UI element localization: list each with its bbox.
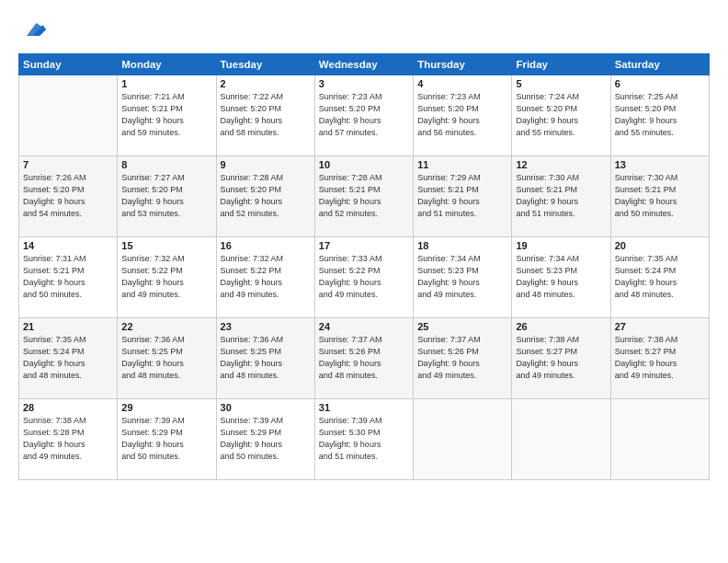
- calendar-week-row: 21Sunrise: 7:35 AM Sunset: 5:24 PM Dayli…: [19, 318, 710, 399]
- day-info: Sunrise: 7:36 AM Sunset: 5:25 PM Dayligh…: [221, 334, 311, 382]
- day-number: 17: [319, 240, 409, 251]
- calendar-day-20: 20Sunrise: 7:35 AM Sunset: 5:24 PM Dayli…: [610, 237, 709, 318]
- weekday-header-monday: Monday: [118, 54, 216, 75]
- day-number: 7: [23, 159, 113, 170]
- calendar-empty-cell: [610, 399, 709, 480]
- day-info: Sunrise: 7:36 AM Sunset: 5:25 PM Dayligh…: [121, 334, 211, 382]
- day-info: Sunrise: 7:39 AM Sunset: 5:29 PM Dayligh…: [221, 415, 311, 463]
- header: [18, 17, 710, 46]
- calendar-day-13: 13Sunrise: 7:30 AM Sunset: 5:21 PM Dayli…: [610, 156, 709, 237]
- calendar-day-17: 17Sunrise: 7:33 AM Sunset: 5:22 PM Dayli…: [314, 237, 413, 318]
- day-info: Sunrise: 7:30 AM Sunset: 5:21 PM Dayligh…: [516, 172, 606, 220]
- calendar-day-30: 30Sunrise: 7:39 AM Sunset: 5:29 PM Dayli…: [216, 399, 314, 480]
- weekday-header-tuesday: Tuesday: [216, 54, 314, 75]
- day-number: 21: [23, 321, 113, 332]
- day-number: 8: [121, 159, 211, 170]
- calendar-week-row: 14Sunrise: 7:31 AM Sunset: 5:21 PM Dayli…: [19, 237, 710, 318]
- calendar-day-26: 26Sunrise: 7:38 AM Sunset: 5:27 PM Dayli…: [512, 318, 610, 399]
- calendar-day-11: 11Sunrise: 7:29 AM Sunset: 5:21 PM Dayli…: [414, 156, 512, 237]
- day-info: Sunrise: 7:33 AM Sunset: 5:22 PM Dayligh…: [319, 253, 409, 301]
- calendar-day-16: 16Sunrise: 7:32 AM Sunset: 5:22 PM Dayli…: [216, 237, 314, 318]
- day-number: 10: [319, 159, 409, 170]
- day-number: 6: [615, 78, 705, 89]
- calendar-day-4: 4Sunrise: 7:23 AM Sunset: 5:20 PM Daylig…: [414, 75, 512, 156]
- day-info: Sunrise: 7:30 AM Sunset: 5:21 PM Dayligh…: [615, 172, 705, 220]
- calendar-day-5: 5Sunrise: 7:24 AM Sunset: 5:20 PM Daylig…: [512, 75, 610, 156]
- day-number: 16: [221, 240, 311, 251]
- calendar-day-9: 9Sunrise: 7:28 AM Sunset: 5:20 PM Daylig…: [216, 156, 314, 237]
- day-number: 28: [23, 402, 113, 413]
- day-info: Sunrise: 7:39 AM Sunset: 5:29 PM Dayligh…: [121, 415, 211, 463]
- day-number: 4: [417, 78, 507, 89]
- day-number: 13: [615, 159, 705, 170]
- day-info: Sunrise: 7:25 AM Sunset: 5:20 PM Dayligh…: [615, 91, 705, 139]
- day-number: 24: [319, 321, 409, 332]
- calendar-header-row: SundayMondayTuesdayWednesdayThursdayFrid…: [19, 54, 710, 75]
- calendar-day-19: 19Sunrise: 7:34 AM Sunset: 5:23 PM Dayli…: [512, 237, 610, 318]
- weekday-header-wednesday: Wednesday: [314, 54, 413, 75]
- calendar-day-6: 6Sunrise: 7:25 AM Sunset: 5:20 PM Daylig…: [610, 75, 709, 156]
- calendar-day-29: 29Sunrise: 7:39 AM Sunset: 5:29 PM Dayli…: [118, 399, 216, 480]
- day-number: 25: [417, 321, 507, 332]
- day-number: 30: [221, 402, 311, 413]
- day-info: Sunrise: 7:34 AM Sunset: 5:23 PM Dayligh…: [516, 253, 606, 301]
- day-number: 9: [221, 159, 311, 170]
- calendar-day-2: 2Sunrise: 7:22 AM Sunset: 5:20 PM Daylig…: [216, 75, 314, 156]
- calendar-day-10: 10Sunrise: 7:28 AM Sunset: 5:21 PM Dayli…: [314, 156, 413, 237]
- day-info: Sunrise: 7:28 AM Sunset: 5:21 PM Dayligh…: [319, 172, 409, 220]
- calendar-day-7: 7Sunrise: 7:26 AM Sunset: 5:20 PM Daylig…: [19, 156, 118, 237]
- calendar-day-31: 31Sunrise: 7:39 AM Sunset: 5:30 PM Dayli…: [314, 399, 413, 480]
- weekday-header-thursday: Thursday: [414, 54, 512, 75]
- day-number: 20: [615, 240, 705, 251]
- day-info: Sunrise: 7:37 AM Sunset: 5:26 PM Dayligh…: [319, 334, 409, 382]
- calendar-day-21: 21Sunrise: 7:35 AM Sunset: 5:24 PM Dayli…: [19, 318, 118, 399]
- logo-icon: [20, 17, 46, 42]
- day-info: Sunrise: 7:35 AM Sunset: 5:24 PM Dayligh…: [23, 334, 113, 382]
- day-number: 18: [417, 240, 507, 251]
- calendar-empty-cell: [414, 399, 512, 480]
- calendar-day-27: 27Sunrise: 7:38 AM Sunset: 5:27 PM Dayli…: [610, 318, 709, 399]
- calendar-day-3: 3Sunrise: 7:23 AM Sunset: 5:20 PM Daylig…: [314, 75, 413, 156]
- calendar-day-25: 25Sunrise: 7:37 AM Sunset: 5:26 PM Dayli…: [414, 318, 512, 399]
- day-info: Sunrise: 7:35 AM Sunset: 5:24 PM Dayligh…: [615, 253, 705, 301]
- calendar-day-15: 15Sunrise: 7:32 AM Sunset: 5:22 PM Dayli…: [118, 237, 216, 318]
- calendar-week-row: 7Sunrise: 7:26 AM Sunset: 5:20 PM Daylig…: [19, 156, 710, 237]
- day-number: 19: [516, 240, 606, 251]
- day-info: Sunrise: 7:38 AM Sunset: 5:27 PM Dayligh…: [516, 334, 606, 382]
- calendar-day-12: 12Sunrise: 7:30 AM Sunset: 5:21 PM Dayli…: [512, 156, 610, 237]
- day-info: Sunrise: 7:23 AM Sunset: 5:20 PM Dayligh…: [417, 91, 507, 139]
- day-info: Sunrise: 7:32 AM Sunset: 5:22 PM Dayligh…: [121, 253, 211, 301]
- weekday-header-sunday: Sunday: [19, 54, 118, 75]
- day-info: Sunrise: 7:27 AM Sunset: 5:20 PM Dayligh…: [121, 172, 211, 220]
- calendar-table: SundayMondayTuesdayWednesdayThursdayFrid…: [18, 53, 710, 480]
- day-info: Sunrise: 7:38 AM Sunset: 5:27 PM Dayligh…: [615, 334, 705, 382]
- day-number: 29: [121, 402, 211, 413]
- calendar-day-28: 28Sunrise: 7:38 AM Sunset: 5:28 PM Dayli…: [19, 399, 118, 480]
- day-number: 5: [516, 78, 606, 89]
- logo: [18, 17, 46, 46]
- day-info: Sunrise: 7:26 AM Sunset: 5:20 PM Dayligh…: [23, 172, 113, 220]
- day-info: Sunrise: 7:37 AM Sunset: 5:26 PM Dayligh…: [417, 334, 507, 382]
- calendar-empty-cell: [19, 75, 118, 156]
- calendar-day-14: 14Sunrise: 7:31 AM Sunset: 5:21 PM Dayli…: [19, 237, 118, 318]
- day-number: 3: [319, 78, 409, 89]
- day-number: 22: [121, 321, 211, 332]
- day-info: Sunrise: 7:31 AM Sunset: 5:21 PM Dayligh…: [23, 253, 113, 301]
- day-info: Sunrise: 7:23 AM Sunset: 5:20 PM Dayligh…: [319, 91, 409, 139]
- day-number: 31: [319, 402, 409, 413]
- day-number: 12: [516, 159, 606, 170]
- calendar-week-row: 28Sunrise: 7:38 AM Sunset: 5:28 PM Dayli…: [19, 399, 710, 480]
- day-number: 11: [417, 159, 507, 170]
- calendar-week-row: 1Sunrise: 7:21 AM Sunset: 5:21 PM Daylig…: [19, 75, 710, 156]
- day-number: 14: [23, 240, 113, 251]
- day-info: Sunrise: 7:39 AM Sunset: 5:30 PM Dayligh…: [319, 415, 409, 463]
- day-info: Sunrise: 7:28 AM Sunset: 5:20 PM Dayligh…: [221, 172, 311, 220]
- day-number: 15: [121, 240, 211, 251]
- calendar-day-18: 18Sunrise: 7:34 AM Sunset: 5:23 PM Dayli…: [414, 237, 512, 318]
- day-number: 2: [221, 78, 311, 89]
- day-info: Sunrise: 7:24 AM Sunset: 5:20 PM Dayligh…: [516, 91, 606, 139]
- day-info: Sunrise: 7:38 AM Sunset: 5:28 PM Dayligh…: [23, 415, 113, 463]
- weekday-header-friday: Friday: [512, 54, 610, 75]
- day-info: Sunrise: 7:32 AM Sunset: 5:22 PM Dayligh…: [221, 253, 311, 301]
- day-info: Sunrise: 7:21 AM Sunset: 5:21 PM Dayligh…: [121, 91, 211, 139]
